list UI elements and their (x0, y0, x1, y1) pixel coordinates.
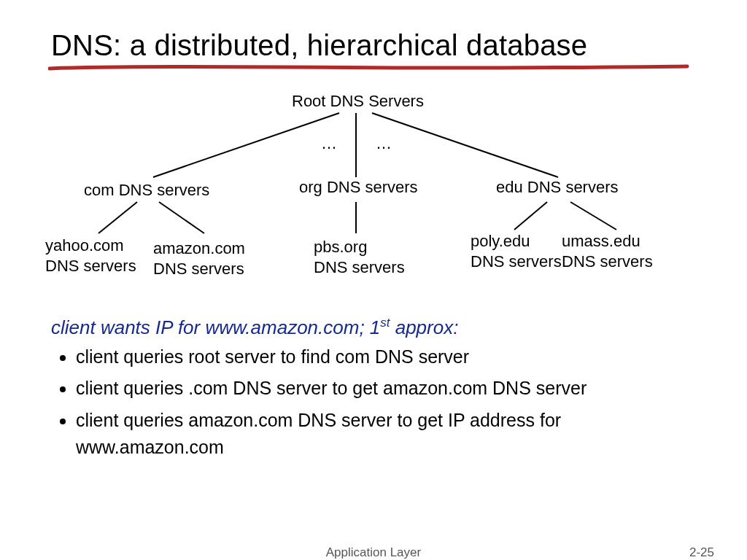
leaf-line: umass.edu (562, 232, 640, 250)
umass-leaf-label: umass.edu DNS servers (562, 231, 653, 271)
yahoo-leaf-label: yahoo.com DNS servers (45, 236, 136, 276)
ellipsis-right: … (376, 133, 392, 154)
list-item: client queries root server to find com D… (76, 343, 703, 371)
leaf-line: pbs.org (314, 238, 367, 256)
amazon-leaf-label: amazon.com DNS servers (153, 238, 245, 279)
leaf-line: DNS servers (562, 252, 653, 271)
example-bullet-list: client queries root server to find com D… (51, 343, 703, 462)
list-item: client queries amazon.com DNS server to … (76, 407, 703, 462)
subhead-text: approx: (390, 316, 458, 338)
svg-line-4 (159, 202, 204, 233)
page-title: DNS: a distributed, hierarchical databas… (51, 29, 703, 62)
example-subheading: client wants IP for www.amazon.com; 1st … (51, 316, 703, 339)
svg-line-3 (98, 202, 137, 233)
footer-chapter: Application Layer (0, 545, 747, 560)
subhead-text: client wants IP for www.amazon.com; 1 (51, 316, 380, 338)
root-dns-label: Root DNS Servers (292, 91, 424, 112)
pbs-leaf-label: pbs.org DNS servers (314, 237, 405, 277)
title-underline-icon (48, 64, 690, 71)
leaf-line: poly.edu (471, 232, 530, 250)
svg-line-7 (570, 202, 616, 230)
leaf-line: DNS servers (153, 260, 244, 278)
svg-line-2 (372, 113, 558, 177)
edu-tld-label: edu DNS servers (496, 177, 619, 198)
footer-page-number: 2-25 (689, 545, 714, 560)
org-tld-label: org DNS servers (299, 177, 418, 198)
leaf-line: DNS servers (314, 258, 405, 276)
subhead-superscript: st (380, 316, 390, 330)
slide: DNS: a distributed, hierarchical databas… (0, 0, 747, 560)
svg-line-6 (514, 202, 547, 230)
com-tld-label: com DNS servers (84, 180, 209, 201)
svg-line-0 (153, 113, 339, 177)
poly-leaf-label: poly.edu DNS servers (471, 231, 562, 271)
dns-tree-diagram: Root DNS Servers … … com DNS servers org… (51, 84, 708, 295)
ellipsis-left: … (321, 133, 337, 154)
leaf-line: amazon.com (153, 239, 245, 257)
leaf-line: DNS servers (471, 252, 562, 271)
list-item: client queries .com DNS server to get am… (76, 375, 703, 402)
leaf-line: DNS servers (45, 257, 136, 275)
leaf-line: yahoo.com (45, 236, 124, 254)
